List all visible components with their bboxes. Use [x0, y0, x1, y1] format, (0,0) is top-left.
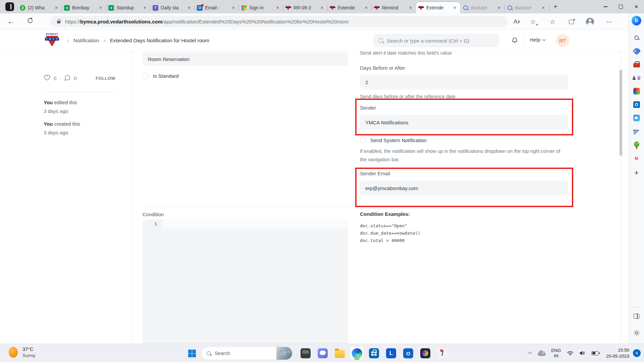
tab-close-icon[interactable] — [98, 5, 104, 11]
profile-avatar-icon[interactable] — [586, 17, 594, 26]
collections-icon[interactable] — [567, 17, 576, 26]
browser-tab[interactable]: Extende — [327, 2, 372, 13]
browser-tab-active[interactable]: Extende — [416, 2, 460, 13]
tab-close-icon[interactable] — [452, 5, 458, 11]
tab-actions-icon[interactable] — [5, 2, 14, 11]
taskbar-tool-app[interactable] — [435, 346, 449, 360]
browser-tab[interactable]: 2 (2) Wha — [17, 2, 62, 13]
tab-close-icon[interactable] — [230, 5, 236, 11]
weather-widget[interactable]: 37°C Sunny — [9, 346, 35, 358]
battery-icon[interactable] — [588, 351, 602, 355]
bing-chat-icon[interactable]: b — [632, 15, 642, 25]
taskbar-app-dark[interactable] — [299, 346, 313, 360]
tree-planting-icon[interactable] — [632, 140, 642, 150]
scrollbar-thumb[interactable] — [620, 70, 622, 156]
document-type-field[interactable]: Room Reservation — [143, 52, 348, 66]
taskbar-edge-active[interactable] — [350, 346, 364, 360]
taskbar-chat[interactable] — [316, 346, 330, 360]
search-icon[interactable] — [632, 33, 642, 43]
start-button[interactable] — [185, 347, 199, 360]
browser-tab[interactable]: Sign in — [239, 2, 283, 13]
taskbar-app-l[interactable]: L — [384, 346, 398, 360]
comment-icon[interactable] — [64, 74, 71, 82]
browser-tab[interactable]: Daily sta — [150, 2, 195, 13]
browser-tab[interactable]: Remind — [372, 2, 416, 13]
refresh-button[interactable] — [27, 17, 34, 25]
add-sidebar-app-icon[interactable]: + — [632, 168, 642, 178]
page-scrollbar[interactable] — [619, 51, 623, 344]
language-indicator[interactable]: ENGIN — [548, 348, 564, 359]
browser-tab[interactable]: Bombay — [62, 2, 106, 13]
sender-field[interactable]: YMCA Notifications — [360, 115, 568, 130]
back-button[interactable]: ← — [7, 17, 14, 25]
notification-center[interactable]: 4 — [629, 349, 644, 357]
breadcrumb-notification[interactable]: Notification — [73, 38, 99, 44]
app-search-input[interactable] — [387, 38, 494, 44]
tab-close-icon[interactable] — [275, 5, 281, 11]
browser-toolbar: ← https://bymca.prod.vedarthsolutions.co… — [0, 13, 629, 29]
tab-close-icon[interactable] — [408, 5, 414, 11]
history-user: You — [44, 100, 53, 105]
user-avatar[interactable]: RT — [556, 34, 569, 47]
sender-email-field[interactable]: erp@ymcabombay.com — [360, 181, 568, 195]
tray-expand-chevron-icon[interactable] — [524, 351, 535, 355]
minimize-button[interactable] — [598, 0, 613, 13]
system-notification-checkbox[interactable] — [360, 137, 366, 143]
games-icon[interactable]: ♟♛ — [632, 73, 642, 83]
heart-icon[interactable] — [44, 74, 51, 82]
taskbar-search[interactable]: Search — [201, 347, 292, 360]
microsoft365-icon[interactable] — [632, 86, 642, 96]
clock-widget[interactable]: 15:50 20-05-2023 — [602, 347, 629, 359]
onedrive-cloud-icon[interactable] — [535, 350, 548, 356]
condition-code-editor[interactable]: 1 — [143, 220, 348, 344]
restore-button[interactable] — [613, 0, 629, 13]
days-before-after-field[interactable]: 2 — [360, 75, 568, 89]
condition-example-2: doc.due_date==nowdate() — [360, 231, 420, 236]
volume-icon[interactable] — [576, 350, 588, 356]
history-action: created this — [53, 121, 80, 127]
taskbar-store[interactable] — [367, 346, 381, 360]
tab-close-icon[interactable] — [540, 5, 546, 11]
tab-close-icon[interactable] — [363, 5, 369, 11]
designer-icon[interactable] — [632, 113, 642, 123]
read-aloud-icon[interactable]: A — [513, 17, 521, 26]
browser-tab[interactable]: RR-05-2 — [283, 2, 327, 13]
tab-close-icon[interactable] — [142, 5, 148, 11]
tab-close-icon[interactable] — [186, 5, 192, 11]
taskbar-photos[interactable] — [418, 346, 432, 360]
browser-tab[interactable]: Email - — [195, 2, 239, 13]
tab-close-icon[interactable] — [53, 5, 59, 11]
new-tab-button[interactable]: + — [551, 2, 560, 12]
outlook-sidebar-icon[interactable]: O — [632, 100, 642, 110]
address-bar[interactable]: https://bymca.prod.vedarthsolutions.com/… — [50, 16, 507, 27]
bombay-ymca-logo[interactable]: BOMBAY Y M C A — [45, 33, 59, 48]
add-favorite-icon[interactable]: ☆+ — [529, 17, 537, 26]
gmail-icon[interactable]: M — [632, 153, 642, 163]
notification-bell-icon[interactable] — [511, 37, 518, 45]
favorites-icon[interactable]: ☆ — [548, 17, 557, 26]
taskbar-outlook[interactable]: O — [401, 346, 415, 360]
browser-tab[interactable]: dunluce — [504, 2, 549, 13]
search-highlight-image[interactable] — [276, 347, 292, 360]
browser-tab[interactable]: dunluce — [460, 2, 504, 13]
drop-icon[interactable] — [632, 126, 642, 136]
browser-menu-icon[interactable]: ··· — [605, 17, 614, 26]
tab-close-icon[interactable] — [496, 5, 502, 11]
app-search-bar[interactable] — [374, 34, 499, 47]
wifi-icon[interactable] — [564, 351, 576, 356]
close-button[interactable] — [629, 0, 644, 13]
taskbar-file-explorer[interactable] — [333, 346, 347, 360]
lock-icon[interactable] — [57, 21, 60, 23]
notification-count-badge: 4 — [633, 349, 641, 357]
settings-gear-icon[interactable] — [632, 328, 642, 338]
tools-icon[interactable] — [632, 59, 642, 69]
is-standard-checkbox[interactable] — [143, 73, 149, 79]
shopping-icon[interactable] — [632, 46, 642, 56]
search-tab-icon — [463, 5, 468, 10]
sidebar-panel-icon[interactable] — [632, 311, 642, 321]
help-menu[interactable]: Help — [530, 37, 545, 43]
browser-tab[interactable]: Standup — [106, 2, 150, 13]
url-path: /app/notification/Extended%20Days%20%20N… — [162, 19, 348, 24]
follow-button[interactable]: FOLLOW — [96, 76, 115, 81]
tab-close-icon[interactable] — [319, 5, 325, 11]
